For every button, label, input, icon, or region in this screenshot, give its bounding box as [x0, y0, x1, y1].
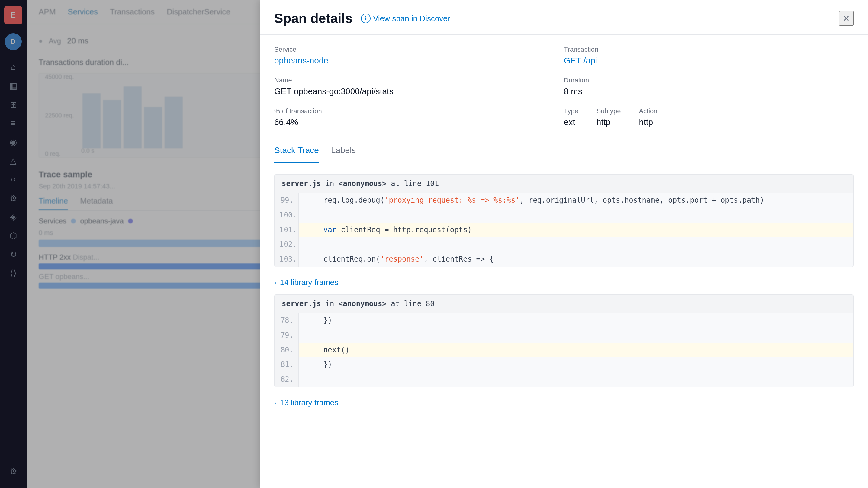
panel-header: Span details ℹ View span in Discover × [260, 0, 868, 35]
code-line-81: 81. }) [275, 357, 853, 372]
action-meta: Action http [639, 107, 657, 127]
code-block-1-header: server.js in <anonymous> at line 101 [275, 175, 853, 193]
discover-link-text: View span in Discover [373, 14, 450, 23]
tab-stack-trace[interactable]: Stack Trace [274, 138, 319, 163]
pct-value: 66.4% [274, 118, 564, 127]
app-container: E D ⌂ ▦ ⊞ ≡ ◉ △ ○ ⚙ ◈ ⬡ ↻ ⟨⟩ ⚙ APM Servi… [0, 0, 868, 488]
type-subtype-action-meta: Type ext Subtype http Action http [564, 107, 854, 127]
line-num-99: 99. [275, 193, 299, 208]
context-2: <anonymous> [339, 300, 386, 308]
code-line-99: 99. req.log.debug('proxying request: %s … [275, 193, 853, 208]
library-frames-1-toggle[interactable]: › 14 library frames [274, 273, 854, 292]
line-num-102: 102. [275, 237, 299, 252]
type-label: Type [564, 107, 578, 115]
service-value[interactable]: opbeans-node [274, 56, 564, 65]
line-content-99: req.log.debug('proxying request: %s => %… [299, 193, 853, 208]
line-content-103: clientReq.on('response', clientRes => { [299, 252, 853, 267]
location-1: line 101 [404, 179, 439, 188]
code-line-100: 100. [275, 208, 853, 222]
name-value: GET opbeans-go:3000/api/stats [274, 87, 564, 96]
duration-meta: Duration 8 ms [564, 77, 854, 96]
line-num-101: 101. [275, 222, 299, 237]
service-meta: Service opbeans-node [274, 45, 564, 65]
tab-labels[interactable]: Labels [331, 138, 356, 163]
code-lines-2: 78. }) 79. 80. next() 81. [275, 313, 853, 387]
code-line-101: 101. var clientReq = http.request(opts) [275, 222, 853, 237]
tabs: Stack Trace Labels [260, 138, 868, 163]
filename-2: server.js [282, 300, 321, 308]
span-details-panel: Span details ℹ View span in Discover × S… [260, 0, 868, 488]
at-keyword-1: at [391, 179, 404, 188]
discover-link-icon: ℹ [361, 13, 371, 23]
line-content-101: var clientReq = http.request(opts) [299, 222, 853, 237]
subtype-meta: Subtype http [596, 107, 621, 127]
code-block-1: server.js in <anonymous> at line 101 99.… [274, 174, 854, 267]
stack-trace-content: server.js in <anonymous> at line 101 99.… [260, 163, 868, 426]
code-line-103: 103. clientReq.on('response', clientRes … [275, 252, 853, 267]
transaction-value[interactable]: GET /api [564, 56, 854, 65]
transaction-label: Transaction [564, 45, 854, 54]
name-meta: Name GET opbeans-go:3000/api/stats [274, 77, 564, 96]
line-content-100 [299, 208, 853, 222]
duration-value: 8 ms [564, 87, 854, 96]
line-num-78: 78. [275, 313, 299, 328]
line-num-103: 103. [275, 252, 299, 267]
chevron-right-icon-2: › [274, 399, 276, 406]
in-keyword-2: in [326, 300, 339, 308]
line-content-78: }) [299, 313, 853, 328]
code-line-78: 78. }) [275, 313, 853, 328]
service-label: Service [274, 45, 564, 54]
chevron-right-icon-1: › [274, 279, 276, 286]
library-frames-2-toggle[interactable]: › 13 library frames [274, 393, 854, 412]
name-label: Name [274, 77, 564, 84]
duration-label: Duration [564, 77, 854, 84]
line-content-102 [299, 237, 853, 252]
line-num-81: 81. [275, 357, 299, 372]
line-num-80: 80. [275, 343, 299, 358]
panel-title: Span details [274, 11, 352, 26]
library-frames-1-count: 14 library frames [280, 278, 339, 287]
pct-label: % of transaction [274, 107, 564, 115]
code-line-82: 82. [275, 372, 853, 387]
code-block-2-header: server.js in <anonymous> at line 80 [275, 295, 853, 313]
context-1: <anonymous> [339, 179, 386, 188]
line-num-100: 100. [275, 208, 299, 222]
line-content-80: next() [299, 343, 853, 358]
code-line-79: 79. [275, 328, 853, 343]
subtype-label: Subtype [596, 107, 621, 115]
at-keyword-2: at [391, 300, 404, 308]
line-content-82 [299, 372, 853, 387]
subtype-value: http [596, 118, 621, 127]
discover-link[interactable]: ℹ View span in Discover [361, 13, 450, 23]
action-value: http [639, 118, 657, 127]
line-content-81: }) [299, 357, 853, 372]
panel-body: Service opbeans-node Transaction GET /ap… [260, 35, 868, 488]
type-value: ext [564, 118, 578, 127]
pct-meta: % of transaction 66.4% [274, 107, 564, 127]
code-block-2: server.js in <anonymous> at line 80 78. … [274, 295, 854, 387]
span-metadata: Service opbeans-node Transaction GET /ap… [260, 35, 868, 138]
code-lines-1: 99. req.log.debug('proxying request: %s … [275, 193, 853, 267]
in-keyword-1: in [326, 179, 339, 188]
action-label: Action [639, 107, 657, 115]
line-content-79 [299, 328, 853, 343]
filename-1: server.js [282, 179, 321, 188]
close-button[interactable]: × [839, 11, 854, 26]
line-num-79: 79. [275, 328, 299, 343]
code-line-102: 102. [275, 237, 853, 252]
library-frames-2-count: 13 library frames [280, 398, 339, 407]
code-line-80: 80. next() [275, 343, 853, 358]
transaction-meta: Transaction GET /api [564, 45, 854, 65]
location-2: line 80 [404, 300, 435, 308]
line-num-82: 82. [275, 372, 299, 387]
type-meta: Type ext [564, 107, 578, 127]
